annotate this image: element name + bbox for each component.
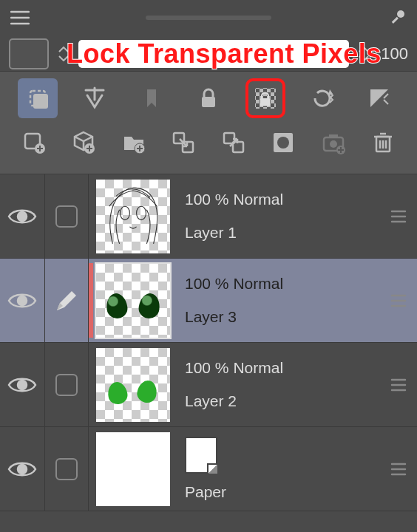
lock-icon[interactable] bbox=[189, 78, 228, 118]
svg-point-57 bbox=[18, 465, 27, 474]
svg-point-32 bbox=[330, 140, 337, 148]
opacity-value[interactable]: 100 bbox=[379, 44, 408, 64]
layer-menu-icon[interactable] bbox=[380, 343, 417, 426]
layer-name: Paper bbox=[185, 483, 380, 501]
visibility-toggle[interactable] bbox=[0, 259, 45, 342]
svg-rect-4 bbox=[392, 17, 399, 24]
new-3d-layer-icon[interactable] bbox=[64, 123, 104, 163]
new-folder-icon[interactable] bbox=[114, 123, 154, 163]
select-layer-icon[interactable] bbox=[18, 78, 58, 118]
visibility-toggle[interactable] bbox=[0, 427, 45, 511]
mask-icon[interactable] bbox=[263, 123, 303, 163]
layer-thumbnail bbox=[89, 343, 177, 426]
layer-menu-icon[interactable] bbox=[380, 427, 417, 511]
layer-info: 100 % NormalLayer 3 bbox=[177, 259, 380, 342]
edit-indicator[interactable] bbox=[45, 259, 89, 342]
edit-indicator[interactable] bbox=[45, 343, 89, 426]
svg-rect-14 bbox=[260, 98, 271, 106]
blend-spinner[interactable] bbox=[356, 40, 371, 68]
layer-opacity-blend: 100 % Normal bbox=[185, 359, 380, 377]
lock-transparent-pixels-icon[interactable] bbox=[245, 78, 285, 118]
checkbox-icon[interactable] bbox=[55, 458, 78, 480]
blend-mode-dropdown[interactable] bbox=[78, 40, 349, 68]
menu-icon[interactable] bbox=[9, 7, 31, 29]
anchor-icon[interactable] bbox=[75, 78, 115, 118]
svg-point-3 bbox=[397, 10, 404, 18]
layer-row[interactable]: 100 % NormalLayer 2 bbox=[0, 343, 417, 427]
layer-name: Layer 2 bbox=[185, 392, 380, 410]
layer-row[interactable]: 100 % NormalLayer 1 bbox=[0, 174, 417, 259]
checkbox-icon[interactable] bbox=[55, 374, 78, 396]
toolbar-row bbox=[9, 76, 408, 120]
new-layer-icon[interactable] bbox=[14, 123, 54, 163]
triangle-close-icon[interactable] bbox=[359, 78, 399, 118]
layer-thumbnail bbox=[89, 427, 177, 511]
layer-row[interactable]: Paper bbox=[0, 427, 417, 511]
checkbox-icon[interactable] bbox=[55, 205, 78, 228]
transfer-down-icon[interactable] bbox=[163, 123, 203, 163]
options-bar: 100 bbox=[0, 35, 417, 72]
trash-icon[interactable] bbox=[363, 123, 403, 163]
layer-row[interactable]: 100 % NormalLayer 3 bbox=[0, 259, 417, 343]
pin-icon[interactable] bbox=[386, 7, 408, 29]
svg-point-44 bbox=[121, 206, 130, 219]
layer-list: 100 % NormalLayer 1100 % NormalLayer 310… bbox=[0, 174, 417, 511]
toolbar-row bbox=[9, 120, 408, 165]
camera-icon[interactable] bbox=[313, 123, 353, 163]
svg-point-53 bbox=[18, 381, 27, 389]
svg-rect-6 bbox=[33, 94, 48, 109]
layer-thumbnail bbox=[89, 259, 177, 342]
duplicate-icon[interactable] bbox=[214, 123, 254, 163]
drag-handle[interactable] bbox=[146, 16, 271, 20]
layer-thumbnail bbox=[89, 174, 177, 258]
svg-point-49 bbox=[18, 296, 27, 305]
svg-point-43 bbox=[18, 212, 27, 221]
layer-info: 100 % NormalLayer 2 bbox=[177, 343, 380, 426]
layer-name: Layer 1 bbox=[185, 224, 380, 242]
edit-indicator[interactable] bbox=[45, 174, 89, 258]
visibility-toggle[interactable] bbox=[0, 174, 45, 258]
tool-panel bbox=[0, 71, 417, 174]
bookmark-icon[interactable] bbox=[132, 78, 172, 118]
layer-menu-icon[interactable] bbox=[380, 174, 417, 258]
svg-point-30 bbox=[277, 137, 289, 149]
visibility-toggle[interactable] bbox=[0, 343, 45, 426]
svg-rect-33 bbox=[329, 134, 338, 138]
layer-opacity-blend: 100 % Normal bbox=[185, 275, 380, 293]
layer-info: Paper bbox=[177, 427, 380, 511]
layer-color-swatch[interactable] bbox=[9, 38, 49, 69]
layer-menu-icon[interactable] bbox=[380, 259, 417, 342]
layer-info: 100 % NormalLayer 1 bbox=[177, 174, 380, 258]
layer-name: Layer 3 bbox=[185, 308, 380, 326]
top-bar bbox=[0, 0, 417, 35]
svg-point-45 bbox=[137, 206, 146, 219]
svg-rect-9 bbox=[202, 97, 215, 107]
reload-icon[interactable] bbox=[302, 78, 342, 118]
color-spinner[interactable] bbox=[56, 40, 71, 68]
layer-opacity-blend: 100 % Normal bbox=[185, 191, 380, 208]
paper-icon bbox=[185, 437, 217, 474]
edit-indicator[interactable] bbox=[45, 427, 89, 511]
